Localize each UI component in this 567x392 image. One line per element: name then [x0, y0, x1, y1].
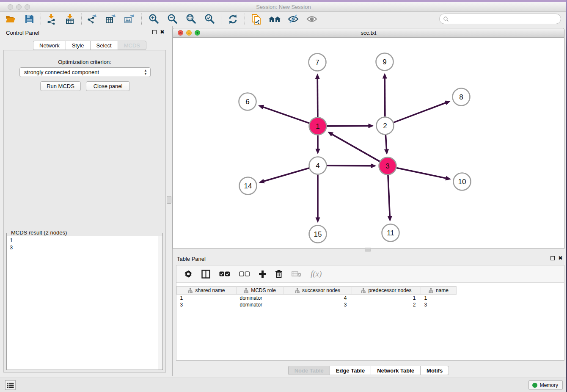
graph-edge-1-6[interactable]	[262, 107, 309, 123]
deselect-all-icon[interactable]	[239, 269, 250, 279]
graph-edge-3-10[interactable]	[396, 168, 446, 178]
graph-arrowhead-1-6	[258, 105, 264, 109]
graph-edge-1-2[interactable]	[327, 126, 369, 126]
graph-node-1[interactable]: 1	[309, 118, 327, 135]
table-cell[interactable]: 2	[352, 301, 421, 308]
column-header-shared-name[interactable]: shared name	[177, 287, 237, 295]
column-header-predecessor-nodes[interactable]: predecessor nodes	[352, 287, 421, 295]
mcds-result-textarea[interactable]: 1 3	[7, 236, 162, 370]
tab-mcds[interactable]: MCDS	[118, 41, 146, 50]
add-row-icon[interactable]	[259, 269, 266, 279]
main-toolbar	[0, 12, 567, 26]
criterion-select[interactable]: strongly connected component ▲▼	[19, 67, 151, 77]
table-cell[interactable]: 4	[284, 295, 352, 301]
table-cell[interactable]: 1	[177, 295, 237, 301]
tab-style[interactable]: Style	[66, 41, 90, 50]
graph-node-15[interactable]: 15	[309, 226, 327, 243]
show-panel-button[interactable]	[5, 380, 16, 390]
search-input[interactable]	[449, 16, 561, 22]
table-cell[interactable]: 3	[284, 301, 352, 308]
graph-edge-3-1[interactable]	[332, 134, 380, 162]
first-neighbors-icon[interactable]	[268, 13, 281, 25]
float-table-panel-icon[interactable]	[550, 256, 555, 260]
table-cell[interactable]: 3	[177, 301, 237, 308]
vertical-splitter-grip[interactable]	[167, 196, 171, 204]
network-canvas[interactable]: 7968124314101511	[173, 38, 564, 248]
function-builder-icon[interactable]: f(x)	[311, 269, 322, 279]
export-network-icon[interactable]	[85, 13, 98, 25]
graph-arrowhead-1-7	[315, 73, 320, 79]
export-table-icon[interactable]	[104, 13, 117, 25]
mcds-result-title: MCDS result (2 nodes)	[9, 229, 69, 236]
zoom-fit-icon[interactable]	[184, 13, 197, 25]
graph-edge-4-3[interactable]	[327, 166, 372, 166]
delete-table-icon[interactable]	[292, 269, 302, 279]
close-table-panel-icon[interactable]: ✖	[558, 255, 563, 261]
control-panel-tabs: Network Style Select MCDS	[33, 41, 146, 50]
mcds-panel: Optimization criterion: strongly connect…	[3, 50, 166, 373]
tab-node-table[interactable]: Node Table	[288, 366, 330, 375]
tab-select[interactable]: Select	[90, 41, 118, 50]
open-session-icon[interactable]	[4, 13, 17, 25]
graph-node-10[interactable]: 10	[454, 173, 471, 190]
table-cell[interactable]: dominator	[237, 295, 284, 301]
zoom-out-icon[interactable]	[166, 13, 179, 25]
result-line: 3	[10, 244, 162, 251]
clone-network-icon[interactable]	[250, 13, 262, 25]
network-window-title: scc.txt	[173, 30, 564, 36]
graph-edge-1-7[interactable]	[317, 78, 318, 117]
table-row[interactable]: 3dominator323	[177, 301, 457, 308]
tab-network-table[interactable]: Network Table	[371, 366, 420, 375]
graph-edge-2-8[interactable]	[394, 102, 446, 122]
result-scrollbar[interactable]	[158, 236, 162, 370]
graph-node-11[interactable]: 11	[382, 224, 399, 242]
graph-node-4[interactable]: 4	[309, 157, 327, 174]
graph-node-6[interactable]: 6	[239, 93, 256, 110]
graph-edge-2-3[interactable]	[385, 135, 386, 150]
column-type-icon	[244, 288, 248, 293]
table-cell[interactable]: 3	[421, 301, 457, 308]
graph-node-3[interactable]: 3	[379, 157, 396, 175]
graph-node-7[interactable]: 7	[309, 54, 326, 71]
table-cell[interactable]: 1	[352, 295, 421, 301]
horizontal-splitter-grip[interactable]	[365, 248, 371, 251]
close-panel-button[interactable]: Close panel	[86, 81, 130, 91]
svg-text:10: 10	[458, 178, 466, 186]
export-image-icon[interactable]	[123, 13, 135, 25]
toggle-panels-icon[interactable]	[201, 269, 210, 279]
hide-selected-icon[interactable]	[287, 13, 300, 25]
tab-motifs[interactable]: Motifs	[420, 366, 449, 375]
zoom-selected-icon[interactable]	[203, 13, 216, 25]
graph-node-8[interactable]: 8	[453, 88, 470, 106]
status-bar: Memory	[0, 378, 567, 392]
run-mcds-button[interactable]: Run MCDS	[40, 81, 81, 91]
graph-node-2[interactable]: 2	[377, 117, 394, 135]
delete-row-icon[interactable]	[275, 269, 283, 279]
close-panel-icon[interactable]: ✖	[160, 29, 165, 35]
table-cell[interactable]: dominator	[237, 301, 284, 308]
search-field[interactable]	[439, 14, 561, 24]
refresh-icon[interactable]	[226, 13, 239, 25]
graph-edge-2-9[interactable]	[385, 77, 385, 116]
save-session-icon[interactable]	[23, 13, 36, 25]
column-header-successor-nodes[interactable]: successor nodes	[284, 287, 352, 295]
select-all-icon[interactable]	[219, 269, 230, 279]
column-header-name[interactable]: name	[421, 287, 457, 295]
table-row[interactable]: 1dominator411	[177, 295, 457, 301]
tab-edge-table[interactable]: Edge Table	[330, 366, 371, 375]
import-table-icon[interactable]	[63, 13, 76, 25]
graph-node-14[interactable]: 14	[239, 177, 257, 195]
column-header-MCDS-role[interactable]: MCDS role	[237, 287, 284, 295]
graph-edge-3-11[interactable]	[388, 175, 390, 217]
tab-network[interactable]: Network	[33, 41, 66, 50]
graph-arrowhead-3-10	[445, 176, 451, 180]
graph-node-9[interactable]: 9	[376, 53, 394, 71]
float-panel-icon[interactable]	[152, 30, 157, 34]
graph-edge-4-14[interactable]	[263, 168, 309, 182]
import-network-icon[interactable]	[45, 13, 58, 25]
show-all-icon[interactable]	[306, 13, 318, 25]
zoom-in-icon[interactable]	[147, 13, 160, 25]
memory-button[interactable]: Memory	[528, 380, 563, 390]
table-settings-icon[interactable]	[184, 269, 193, 279]
table-cell[interactable]: 1	[421, 295, 457, 301]
